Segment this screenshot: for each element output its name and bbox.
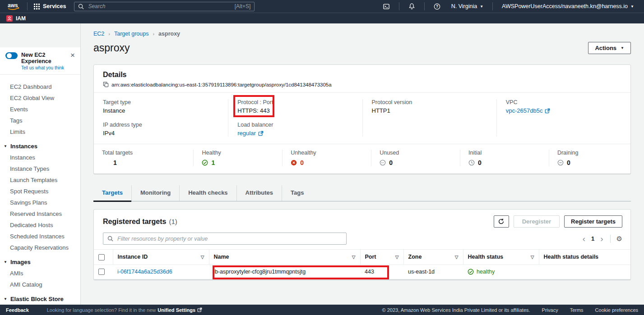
health-status-value: healthy — [477, 269, 495, 275]
sidebar-item-capacity-reservations[interactable]: Capacity Reservations — [0, 242, 80, 253]
global-search[interactable]: [Alt+S] — [74, 2, 255, 11]
sort-icon[interactable]: ▽ — [455, 255, 459, 260]
table-settings-gear-icon[interactable]: ⚙ — [610, 235, 622, 243]
health-status-details-cell — [539, 265, 630, 279]
help-icon: ? — [434, 3, 440, 10]
summary-unused: Unused 0 — [371, 150, 460, 166]
table-header-row: Instance ID▽ Name▽ Port▽ Zone▽ Health st — [94, 250, 630, 265]
aws-logo-icon: aws — [7, 2, 21, 11]
language-hint: Looking for language selection? Find it … — [47, 307, 202, 313]
sort-icon[interactable]: ▽ — [352, 255, 356, 260]
actions-button[interactable]: Actions ▼ — [588, 42, 631, 54]
aws-logo[interactable]: aws — [5, 2, 23, 11]
account-menu[interactable]: AWSPowerUserAccess/navaneeth.kn@harness.… — [496, 3, 639, 9]
sort-icon[interactable]: ▽ — [531, 255, 534, 260]
svg-text:aws: aws — [8, 2, 18, 9]
sidebar-item-launch-templates[interactable]: Launch Templates — [0, 174, 80, 186]
tab-targets[interactable]: Targets — [93, 185, 131, 201]
cloudshell-terminal-icon — [383, 3, 390, 10]
feedback-link[interactable]: Feedback — [6, 307, 29, 313]
sidebar-item-scheduled-instances[interactable]: Scheduled Instances — [0, 231, 80, 242]
filter-input[interactable] — [116, 235, 342, 242]
field-label: Protocol : Port — [237, 99, 353, 105]
field-protocol-port: Protocol : Port HTTPS: 443 — [237, 99, 353, 114]
tab-tags[interactable]: Tags — [282, 185, 312, 201]
privacy-link[interactable]: Privacy — [542, 307, 558, 313]
sidebar-item-events[interactable]: Events — [0, 104, 80, 115]
refresh-icon — [498, 218, 505, 225]
sort-icon[interactable]: ▽ — [201, 255, 204, 260]
select-all-checkbox[interactable] — [98, 254, 105, 260]
sidebar-item-instance-types[interactable]: Instance Types — [0, 163, 80, 174]
summary-label: Initial — [468, 150, 549, 156]
new-experience-feedback-link[interactable]: Tell us what you think — [21, 65, 76, 70]
field-label: Load balancer — [237, 122, 353, 128]
sort-icon[interactable]: ▽ — [395, 255, 399, 260]
instance-id-link[interactable]: i-06f1744a6a25d36d6 — [117, 269, 172, 275]
region-selector[interactable]: N. Virginia ▼ — [446, 3, 489, 9]
sidebar-item-dedicated-hosts[interactable]: Dedicated Hosts — [0, 219, 80, 231]
summary-value: 1 — [113, 159, 117, 166]
help-button[interactable]: ? — [428, 3, 446, 10]
terms-link[interactable]: Terms — [570, 307, 584, 313]
search-input[interactable] — [87, 3, 231, 10]
column-label: Zone — [408, 254, 422, 260]
triangle-down-icon: ▼ — [4, 260, 7, 264]
sidebar-section-images[interactable]: ▼ Images — [0, 253, 80, 268]
unified-settings-label: Unified Settings — [158, 307, 195, 313]
targets-summary-row: Total targets 1 Healthy 1 Unhealthy — [94, 144, 630, 173]
sidebar-section-instances[interactable]: ▼ Instances — [0, 137, 80, 152]
service-tabs-bar: IAM — [0, 13, 644, 23]
sidebar-item-tags[interactable]: Tags — [0, 115, 80, 126]
new-experience-toggle[interactable] — [5, 52, 18, 59]
row-checkbox[interactable] — [98, 269, 105, 275]
zone-cell: us-east-1d — [403, 265, 463, 279]
iam-service-tab[interactable]: IAM — [6, 15, 26, 22]
registered-targets-count: (1) — [169, 218, 177, 225]
targets-table: Instance ID▽ Name▽ Port▽ Zone▽ Health st — [94, 249, 630, 279]
breadcrumb-target-groups[interactable]: Target groups — [114, 31, 148, 37]
field-label: Protocol version — [372, 99, 487, 105]
services-label: Services — [43, 3, 66, 9]
summary-label: Unused — [380, 150, 460, 156]
refresh-button[interactable] — [494, 215, 509, 228]
vpc-link[interactable]: vpc-2657db5c — [506, 107, 551, 114]
filter-input-wrapper — [103, 233, 347, 245]
deregister-button[interactable]: Deregister — [514, 215, 560, 228]
sidebar-item-limits[interactable]: Limits — [0, 126, 80, 137]
cookie-preferences-link[interactable]: Cookie preferences — [595, 307, 638, 313]
sidebar-top-gap — [0, 23, 80, 47]
chevron-down-icon: ▼ — [480, 5, 483, 9]
next-page-icon[interactable]: › — [600, 236, 603, 242]
tab-monitoring[interactable]: Monitoring — [131, 185, 179, 201]
previous-page-icon[interactable]: ‹ — [583, 236, 585, 242]
field-label: Target type — [103, 99, 219, 105]
copyright-text: © 2023, Amazon Web Services India Privat… — [382, 307, 530, 313]
unified-settings-link[interactable]: Unified Settings — [158, 307, 202, 313]
load-balancer-link[interactable]: regular — [237, 130, 263, 137]
close-icon[interactable]: × — [70, 53, 75, 58]
tab-health-checks[interactable]: Health checks — [179, 185, 236, 201]
cloudshell-button[interactable] — [377, 3, 395, 10]
sidebar-section-elastic-block-store[interactable]: ▼ Elastic Block Store — [0, 290, 80, 305]
sidebar-item-reserved-instances[interactable]: Reserved Instances — [0, 208, 80, 219]
field-value: Instance — [103, 107, 219, 114]
page-number[interactable]: 1 — [591, 235, 594, 242]
sidebar-item-ami-catalog[interactable]: AMI Catalog — [0, 279, 80, 290]
notifications-button[interactable] — [403, 3, 421, 10]
sidebar-item-amis[interactable]: AMIs — [0, 268, 80, 279]
services-menu[interactable]: Services — [31, 3, 69, 9]
breadcrumb-ec2[interactable]: EC2 — [93, 31, 104, 37]
target-group-arn: arn:aws:elasticloadbalancing:us-east-1:3… — [111, 82, 332, 87]
sidebar-item-spot-requests[interactable]: Spot Requests — [0, 186, 80, 197]
new-experience-title: New EC2 Experience — [21, 52, 76, 64]
copy-arn-button[interactable] — [103, 82, 109, 87]
column-label: Instance ID — [118, 254, 148, 260]
sidebar-item-ec2-global-view[interactable]: EC2 Global View — [0, 92, 80, 104]
sidebar-item-instances[interactable]: Instances — [0, 152, 80, 163]
tab-attributes[interactable]: Attributes — [236, 185, 282, 201]
sidebar-item-ec2-dashboard[interactable]: EC2 Dashboard — [0, 81, 80, 92]
sidebar-item-savings-plans[interactable]: Savings Plans — [0, 197, 80, 208]
register-targets-button[interactable]: Register targets — [564, 215, 622, 228]
healthy-check-icon — [468, 269, 474, 275]
